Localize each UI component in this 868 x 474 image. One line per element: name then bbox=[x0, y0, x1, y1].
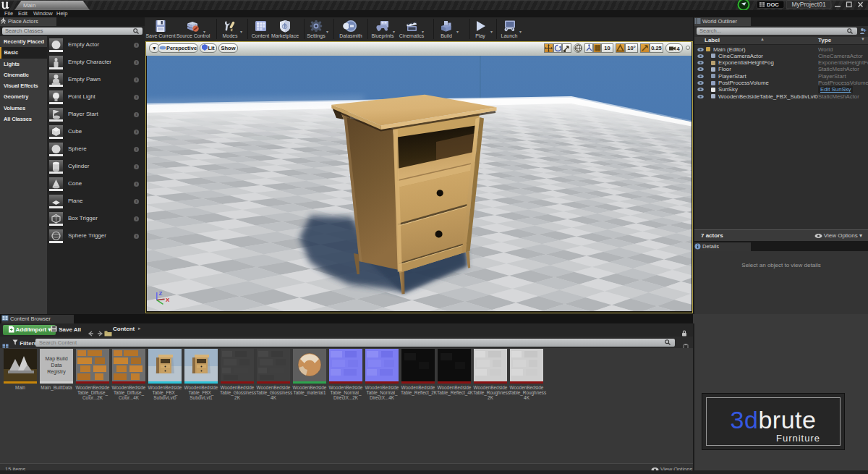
svg-text:X: X bbox=[166, 297, 170, 303]
svg-text:DOC: DOC bbox=[767, 1, 779, 8]
svg-text:Registry: Registry bbox=[47, 369, 66, 375]
svg-text:MyProject01: MyProject01 bbox=[791, 1, 826, 8]
svg-text:Map Build: Map Build bbox=[45, 356, 67, 362]
svg-text:Z: Z bbox=[159, 290, 163, 297]
svg-text:Data: Data bbox=[51, 363, 62, 368]
